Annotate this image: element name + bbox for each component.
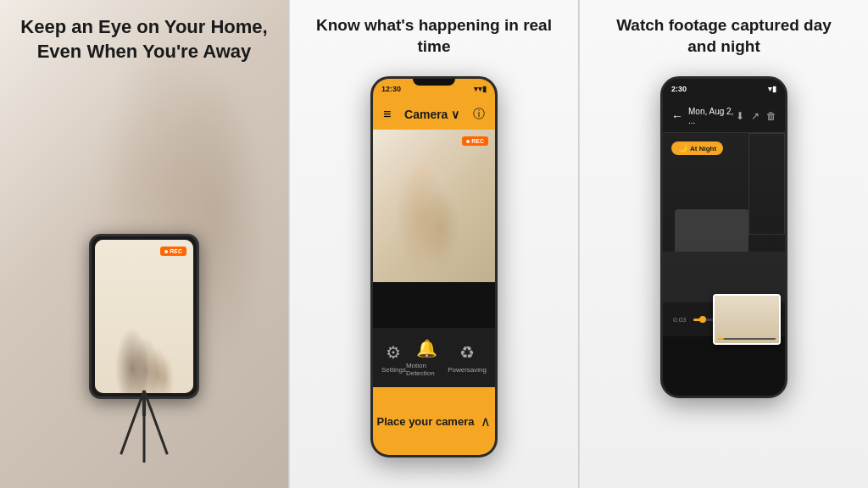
phone-screen: REC	[95, 240, 193, 393]
header-right-icons: ⓘ	[473, 107, 485, 122]
info-icon[interactable]: ⓘ	[473, 107, 485, 122]
panel-3-title: Watch footage captured day and night	[580, 15, 868, 57]
phone-2-container: 12:30 ▾▾▮ ≡ Camera ∨ ⓘ	[370, 76, 498, 458]
camera-title: Camera ∨	[404, 108, 459, 121]
power-label: Powersaving	[448, 366, 487, 374]
place-camera-text: Place your camera	[377, 415, 475, 428]
night-wall-frame	[748, 133, 785, 235]
moon-icon: 🌙	[678, 144, 687, 152]
rec-dot	[164, 250, 168, 253]
phone-2-content: REC ⚙ Settings 🔔 Motion Detection ♻	[373, 130, 495, 455]
status-time-2: 12:30	[381, 85, 401, 93]
panel-1-title: Keep an Eye on Your Home, Even When You'…	[0, 15, 288, 64]
status-icons-3: ▾▮	[768, 85, 776, 93]
share-icon[interactable]: ↗	[751, 110, 760, 122]
motion-item[interactable]: 🔔 Motion Detection	[406, 338, 448, 377]
phone-3-header: ← Mon, Aug 2, ... ⬇ ↗ 🗑	[663, 99, 785, 133]
tripod-legs	[93, 391, 195, 475]
phone-3-container: 2:30 ▾▮ ← Mon, Aug 2, ... ⬇ ↗ 🗑	[660, 76, 787, 398]
settings-icon: ⚙	[386, 342, 401, 363]
phone-2-notch	[413, 79, 455, 86]
header-date: Mon, Aug 2, ...	[688, 107, 736, 125]
night-image	[663, 133, 785, 302]
night-label: At Night	[690, 145, 716, 152]
family-figures	[95, 270, 193, 393]
dropdown-icon: ∨	[451, 108, 459, 121]
rec-badge-2: REC	[462, 136, 488, 146]
thumbnail-image	[715, 296, 779, 343]
thumbnail-progress	[718, 338, 724, 340]
panel-realtime: Know what's happening in real time 12:30…	[289, 0, 578, 488]
phone-2-bottom-bar: ⚙ Settings 🔔 Motion Detection ♻ Powersav…	[373, 328, 495, 387]
motion-icon: 🔔	[416, 338, 437, 358]
phone-on-tripod: REC	[89, 234, 199, 399]
thumbnail-overlay	[713, 294, 781, 345]
timeline-thumb[interactable]	[699, 316, 706, 323]
rec-dot-2	[466, 140, 470, 143]
rec-badge-1: REC	[160, 247, 186, 256]
panel-home: Keep an Eye on Your Home, Even When You'…	[0, 0, 288, 488]
hamburger-icon[interactable]: ≡	[383, 107, 391, 122]
header-left-group: ← Mon, Aug 2, ...	[671, 107, 736, 125]
thumbnail-timeline	[718, 338, 776, 340]
power-item[interactable]: ♻ Powersaving	[448, 342, 487, 374]
camera-feed: REC	[373, 130, 495, 282]
settings-label: Settings	[381, 366, 406, 374]
delete-icon[interactable]: 🗑	[766, 110, 776, 122]
chevron-up-icon: ∧	[481, 413, 491, 430]
night-footage-area: 🌙 At Night	[663, 133, 785, 302]
camera-woman-figure	[373, 130, 495, 282]
tripod-setup: REC	[59, 234, 229, 471]
status-icons-2: ▾▾▮	[474, 85, 487, 93]
status-time-3: 2:30	[671, 85, 687, 93]
night-badge: 🌙 At Night	[671, 141, 723, 155]
night-sofa	[675, 209, 748, 252]
phone-2-header: ≡ Camera ∨ ⓘ	[373, 99, 495, 130]
power-icon: ♻	[459, 342, 475, 363]
tripod-leg-right	[120, 390, 145, 454]
tripod-leg-center	[143, 391, 146, 463]
settings-item[interactable]: ⚙ Settings	[381, 342, 406, 374]
place-camera-bar[interactable]: Place your camera ∧	[373, 387, 495, 455]
phone-3-frame: 2:30 ▾▮ ← Mon, Aug 2, ... ⬇ ↗ 🗑	[660, 76, 787, 398]
download-icon[interactable]: ⬇	[736, 110, 744, 122]
phone-2-frame: 12:30 ▾▾▮ ≡ Camera ∨ ⓘ	[370, 76, 498, 458]
motion-label: Motion Detection	[406, 362, 448, 377]
phone-3-status-bar: 2:30 ▾▮	[663, 79, 785, 99]
panel-2-title: Know what's happening in real time	[290, 15, 578, 57]
tripod-leg-left	[143, 390, 169, 454]
camera-feed-image	[373, 130, 495, 282]
header-right-group: ⬇ ↗ 🗑	[736, 110, 776, 122]
panel-footage: Watch footage captured day and night 2:3…	[579, 0, 868, 488]
timeline-start-time: 0:03	[673, 316, 687, 324]
back-icon[interactable]: ←	[671, 109, 683, 123]
